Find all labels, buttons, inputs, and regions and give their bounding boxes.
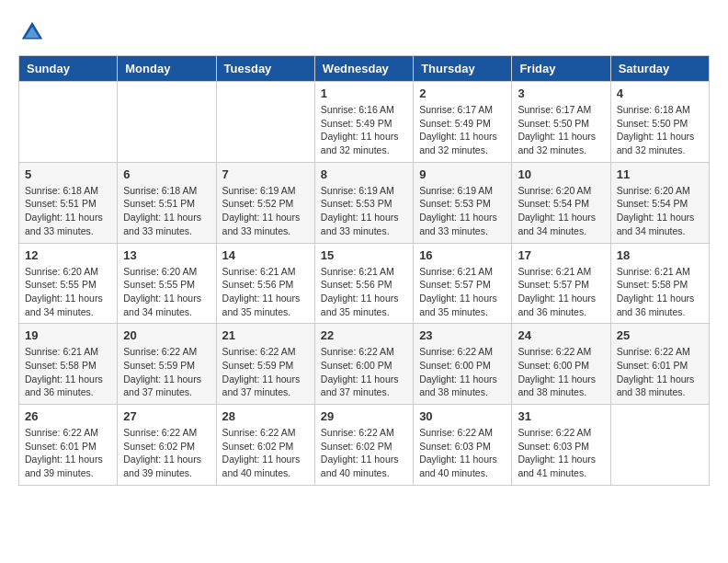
calendar-cell: 25Sunrise: 6:22 AMSunset: 6:01 PMDayligh… bbox=[610, 324, 709, 405]
day-number: 12 bbox=[25, 248, 111, 262]
calendar-cell: 14Sunrise: 6:21 AMSunset: 5:56 PMDayligh… bbox=[216, 243, 314, 324]
day-number: 14 bbox=[222, 248, 309, 262]
day-info: Sunrise: 6:21 AMSunset: 5:56 PMDaylight:… bbox=[321, 265, 407, 319]
day-number: 18 bbox=[617, 248, 703, 262]
weekday-header: Wednesday bbox=[314, 56, 413, 82]
day-info: Sunrise: 6:22 AMSunset: 6:02 PMDaylight:… bbox=[321, 426, 407, 480]
calendar-cell: 8Sunrise: 6:19 AMSunset: 5:53 PMDaylight… bbox=[314, 162, 413, 243]
day-number: 17 bbox=[518, 248, 604, 262]
calendar-table: SundayMondayTuesdayWednesdayThursdayFrid… bbox=[18, 55, 710, 486]
day-info: Sunrise: 6:18 AMSunset: 5:51 PMDaylight:… bbox=[25, 184, 111, 238]
day-number: 11 bbox=[617, 167, 703, 181]
calendar-cell: 21Sunrise: 6:22 AMSunset: 5:59 PMDayligh… bbox=[216, 324, 314, 405]
calendar-cell: 3Sunrise: 6:17 AMSunset: 5:50 PMDaylight… bbox=[512, 82, 610, 163]
day-info: Sunrise: 6:22 AMSunset: 6:00 PMDaylight:… bbox=[518, 345, 604, 399]
calendar-cell: 1Sunrise: 6:16 AMSunset: 5:49 PMDaylight… bbox=[314, 82, 413, 163]
day-number: 21 bbox=[222, 328, 309, 342]
day-info: Sunrise: 6:21 AMSunset: 5:58 PMDaylight:… bbox=[617, 265, 703, 319]
calendar-cell: 4Sunrise: 6:18 AMSunset: 5:50 PMDaylight… bbox=[610, 82, 709, 163]
day-info: Sunrise: 6:20 AMSunset: 5:54 PMDaylight:… bbox=[518, 184, 604, 238]
calendar-cell: 24Sunrise: 6:22 AMSunset: 6:00 PMDayligh… bbox=[512, 324, 610, 405]
calendar-cell: 11Sunrise: 6:20 AMSunset: 5:54 PMDayligh… bbox=[610, 162, 709, 243]
logo-icon bbox=[18, 18, 46, 46]
calendar-cell: 27Sunrise: 6:22 AMSunset: 6:02 PMDayligh… bbox=[118, 405, 216, 486]
day-info: Sunrise: 6:22 AMSunset: 6:00 PMDaylight:… bbox=[321, 345, 407, 399]
day-info: Sunrise: 6:22 AMSunset: 6:01 PMDaylight:… bbox=[25, 426, 111, 480]
day-info: Sunrise: 6:22 AMSunset: 6:03 PMDaylight:… bbox=[518, 426, 604, 480]
calendar-cell: 26Sunrise: 6:22 AMSunset: 6:01 PMDayligh… bbox=[19, 405, 118, 486]
page-header bbox=[18, 18, 710, 46]
calendar-cell bbox=[19, 82, 118, 163]
calendar-cell: 31Sunrise: 6:22 AMSunset: 6:03 PMDayligh… bbox=[512, 405, 610, 486]
calendar-cell: 29Sunrise: 6:22 AMSunset: 6:02 PMDayligh… bbox=[314, 405, 413, 486]
day-number: 3 bbox=[518, 86, 604, 100]
day-info: Sunrise: 6:22 AMSunset: 5:59 PMDaylight:… bbox=[123, 345, 210, 399]
day-info: Sunrise: 6:22 AMSunset: 6:02 PMDaylight:… bbox=[222, 426, 309, 480]
day-number: 6 bbox=[123, 167, 210, 181]
logo bbox=[18, 18, 50, 46]
day-number: 28 bbox=[222, 409, 309, 423]
day-info: Sunrise: 6:21 AMSunset: 5:57 PMDaylight:… bbox=[518, 265, 604, 319]
day-info: Sunrise: 6:22 AMSunset: 6:00 PMDaylight:… bbox=[419, 345, 506, 399]
day-number: 10 bbox=[518, 167, 604, 181]
day-number: 8 bbox=[321, 167, 407, 181]
calendar-cell: 18Sunrise: 6:21 AMSunset: 5:58 PMDayligh… bbox=[610, 243, 709, 324]
day-number: 26 bbox=[25, 409, 111, 423]
day-number: 24 bbox=[518, 328, 604, 342]
day-info: Sunrise: 6:18 AMSunset: 5:50 PMDaylight:… bbox=[617, 103, 703, 157]
day-number: 31 bbox=[518, 409, 604, 423]
weekday-header: Friday bbox=[512, 56, 610, 82]
weekday-header: Saturday bbox=[610, 56, 709, 82]
day-info: Sunrise: 6:22 AMSunset: 6:03 PMDaylight:… bbox=[419, 426, 506, 480]
day-number: 13 bbox=[123, 248, 210, 262]
calendar-cell: 12Sunrise: 6:20 AMSunset: 5:55 PMDayligh… bbox=[19, 243, 118, 324]
day-info: Sunrise: 6:20 AMSunset: 5:55 PMDaylight:… bbox=[25, 265, 111, 319]
day-info: Sunrise: 6:21 AMSunset: 5:58 PMDaylight:… bbox=[25, 345, 111, 399]
day-number: 5 bbox=[25, 167, 111, 181]
calendar-cell bbox=[610, 405, 709, 486]
calendar-cell: 20Sunrise: 6:22 AMSunset: 5:59 PMDayligh… bbox=[118, 324, 216, 405]
day-number: 20 bbox=[123, 328, 210, 342]
calendar-cell: 23Sunrise: 6:22 AMSunset: 6:00 PMDayligh… bbox=[414, 324, 512, 405]
day-info: Sunrise: 6:22 AMSunset: 5:59 PMDaylight:… bbox=[222, 345, 309, 399]
calendar-cell: 15Sunrise: 6:21 AMSunset: 5:56 PMDayligh… bbox=[314, 243, 413, 324]
calendar-week-row: 19Sunrise: 6:21 AMSunset: 5:58 PMDayligh… bbox=[19, 324, 710, 405]
day-number: 2 bbox=[419, 86, 506, 100]
day-info: Sunrise: 6:17 AMSunset: 5:50 PMDaylight:… bbox=[518, 103, 604, 157]
day-info: Sunrise: 6:21 AMSunset: 5:57 PMDaylight:… bbox=[419, 265, 506, 319]
calendar-cell bbox=[118, 82, 216, 163]
day-number: 29 bbox=[321, 409, 407, 423]
weekday-header: Tuesday bbox=[216, 56, 314, 82]
day-info: Sunrise: 6:20 AMSunset: 5:54 PMDaylight:… bbox=[617, 184, 703, 238]
day-info: Sunrise: 6:20 AMSunset: 5:55 PMDaylight:… bbox=[123, 265, 210, 319]
day-number: 16 bbox=[419, 248, 506, 262]
calendar-cell: 13Sunrise: 6:20 AMSunset: 5:55 PMDayligh… bbox=[118, 243, 216, 324]
calendar-cell: 5Sunrise: 6:18 AMSunset: 5:51 PMDaylight… bbox=[19, 162, 118, 243]
day-info: Sunrise: 6:21 AMSunset: 5:56 PMDaylight:… bbox=[222, 265, 309, 319]
calendar-cell: 10Sunrise: 6:20 AMSunset: 5:54 PMDayligh… bbox=[512, 162, 610, 243]
day-info: Sunrise: 6:19 AMSunset: 5:53 PMDaylight:… bbox=[321, 184, 407, 238]
calendar-cell bbox=[216, 82, 314, 163]
weekday-header: Monday bbox=[118, 56, 216, 82]
calendar-cell: 7Sunrise: 6:19 AMSunset: 5:52 PMDaylight… bbox=[216, 162, 314, 243]
calendar-cell: 28Sunrise: 6:22 AMSunset: 6:02 PMDayligh… bbox=[216, 405, 314, 486]
day-number: 15 bbox=[321, 248, 407, 262]
day-info: Sunrise: 6:17 AMSunset: 5:49 PMDaylight:… bbox=[419, 103, 506, 157]
calendar-cell: 9Sunrise: 6:19 AMSunset: 5:53 PMDaylight… bbox=[414, 162, 512, 243]
day-number: 1 bbox=[321, 86, 407, 100]
day-number: 19 bbox=[25, 328, 111, 342]
calendar-header-row: SundayMondayTuesdayWednesdayThursdayFrid… bbox=[19, 56, 710, 82]
calendar-cell: 19Sunrise: 6:21 AMSunset: 5:58 PMDayligh… bbox=[19, 324, 118, 405]
day-info: Sunrise: 6:19 AMSunset: 5:52 PMDaylight:… bbox=[222, 184, 309, 238]
calendar-week-row: 26Sunrise: 6:22 AMSunset: 6:01 PMDayligh… bbox=[19, 405, 710, 486]
weekday-header: Sunday bbox=[19, 56, 118, 82]
calendar-cell: 16Sunrise: 6:21 AMSunset: 5:57 PMDayligh… bbox=[414, 243, 512, 324]
calendar-week-row: 5Sunrise: 6:18 AMSunset: 5:51 PMDaylight… bbox=[19, 162, 710, 243]
day-number: 27 bbox=[123, 409, 210, 423]
day-info: Sunrise: 6:22 AMSunset: 6:01 PMDaylight:… bbox=[617, 345, 703, 399]
calendar-cell: 17Sunrise: 6:21 AMSunset: 5:57 PMDayligh… bbox=[512, 243, 610, 324]
day-number: 30 bbox=[419, 409, 506, 423]
calendar-cell: 6Sunrise: 6:18 AMSunset: 5:51 PMDaylight… bbox=[118, 162, 216, 243]
day-info: Sunrise: 6:22 AMSunset: 6:02 PMDaylight:… bbox=[123, 426, 210, 480]
day-number: 22 bbox=[321, 328, 407, 342]
